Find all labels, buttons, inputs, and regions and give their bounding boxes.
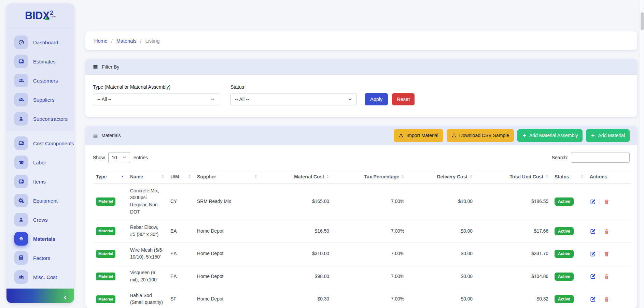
breadcrumb-item-materials[interactable]: Materials xyxy=(116,38,137,44)
column-header-name[interactable]: Name▲▼ xyxy=(127,170,167,183)
delivery-cost: $0.00 xyxy=(407,288,476,308)
sort-icon[interactable]: ▲▼ xyxy=(401,175,404,178)
status-filter-select[interactable]: -- All -- xyxy=(230,93,357,105)
material-um: EA xyxy=(167,243,194,265)
sidebar-item-label: Misc. Cost xyxy=(33,274,57,280)
column-header-status[interactable]: Status▲▼ xyxy=(551,170,587,183)
reset-button[interactable]: Reset xyxy=(392,93,415,105)
add-material-button[interactable]: Add Material xyxy=(586,129,630,142)
sidebar-item-suppliers[interactable]: Suppliers xyxy=(6,90,74,109)
sidebar-item-labor[interactable]: Labor xyxy=(6,153,74,172)
search-input[interactable] xyxy=(571,152,630,163)
logo-text: BIDX xyxy=(25,10,50,21)
type-badge: Material xyxy=(96,197,115,205)
delivery-cost: $0.00 xyxy=(407,265,476,288)
entries-select[interactable]: 10 xyxy=(108,152,130,163)
logo-superscript: 2 xyxy=(50,10,53,15)
sort-icon[interactable]: ▲▼ xyxy=(161,175,164,178)
sidebar-item-equipment[interactable]: Equipment xyxy=(6,191,74,210)
edit-icon[interactable] xyxy=(590,199,596,205)
sidebar-item-label: Dashboard xyxy=(33,40,58,45)
sort-icon[interactable]: ▲ xyxy=(121,176,124,177)
sidebar-item-subcontractors[interactable]: Subcontractors xyxy=(6,109,74,128)
trash-icon[interactable] xyxy=(604,296,610,302)
table-toolbar: Show 10 entries Search: xyxy=(85,145,637,168)
sidebar-item-crews[interactable]: Crews xyxy=(6,210,74,229)
upload-icon xyxy=(398,133,404,138)
material-supplier: Home Depot xyxy=(194,220,261,243)
column-header-supplier[interactable]: Supplier▲▼ xyxy=(194,170,261,183)
add-material-assembly-button[interactable]: Add Material Assembly xyxy=(517,129,583,142)
material-name: Bahia Sod (Small quantity) xyxy=(127,288,167,308)
trash-icon[interactable] xyxy=(604,229,610,234)
column-header-delivery-cost[interactable]: Delivery Cost▲▼ xyxy=(407,170,476,183)
sort-icon[interactable]: ▲▼ xyxy=(580,175,584,178)
type-filter-select[interactable]: -- All -- xyxy=(93,93,219,105)
sidebar-nav-top: DashboardEstimatesCustomersSuppliersSubc… xyxy=(6,28,74,131)
status-filter-value: -- All -- xyxy=(235,97,249,102)
sidebar-collapse-button[interactable] xyxy=(6,289,74,303)
plus-icon xyxy=(522,133,527,138)
tax-percentage: 7.00% xyxy=(332,183,407,220)
sidebar-item-label: Items xyxy=(33,179,46,185)
total-unit-cost: $17.66 xyxy=(476,220,551,243)
breadcrumb-item-home[interactable]: Home xyxy=(94,38,108,44)
column-header-u-m[interactable]: U/M▲▼ xyxy=(167,170,194,183)
logo-section: BIDX 2 .com xyxy=(6,3,74,28)
app-logo[interactable]: BIDX 2 .com xyxy=(25,10,56,21)
breadcrumb-separator: / xyxy=(140,38,142,44)
sidebar-nav-bottom: Cost ComponentsLaborItemsEquipmentCrewsM… xyxy=(6,131,74,289)
caret-down-icon xyxy=(348,97,352,102)
materials-section: Materials Import MaterialDownload CSV Sa… xyxy=(85,126,637,308)
trash-icon[interactable] xyxy=(604,251,610,257)
sidebar-item-misc-cost[interactable]: Misc. Cost xyxy=(6,267,74,287)
sidebar-item-dashboard[interactable]: Dashboard xyxy=(6,33,74,52)
edit-icon[interactable] xyxy=(590,273,596,280)
sort-icon[interactable]: ▲▼ xyxy=(254,175,257,178)
sidebar-item-items[interactable]: Items xyxy=(6,172,74,191)
sort-icon[interactable]: ▲▼ xyxy=(545,175,548,178)
search-label: Search: xyxy=(552,155,568,160)
material-name: Rebar Elbow, #5 (30" x 30") xyxy=(127,220,167,243)
users-icon xyxy=(14,93,28,106)
column-header-tax-percentage[interactable]: Tax Percentage▲▼ xyxy=(332,170,407,183)
material-name: Visqueen (6 mil), 20'x100' xyxy=(127,265,167,288)
sidebar-item-label: Equipment xyxy=(33,198,58,204)
status-badge: Active xyxy=(555,273,574,281)
type-filter-label: Type (Material or Material Assembly) xyxy=(93,84,219,90)
scrollbar-thumb[interactable] xyxy=(641,12,644,30)
sidebar-item-cost-components[interactable]: Cost Components xyxy=(6,134,74,153)
edit-icon[interactable] xyxy=(590,251,596,257)
sidebar-item-materials[interactable]: Materials xyxy=(6,229,74,248)
filter-title: Filter By xyxy=(102,64,119,70)
column-header-material-cost[interactable]: Material Cost▲▼ xyxy=(261,170,332,183)
trash-icon[interactable] xyxy=(604,199,610,205)
column-header-type[interactable]: Type▲ xyxy=(93,170,127,183)
apply-button[interactable]: Apply xyxy=(365,93,388,105)
sort-icon[interactable]: ▲▼ xyxy=(470,175,473,178)
total-unit-cost: $186.55 xyxy=(476,183,551,220)
breadcrumb-item-listing: Listing xyxy=(145,38,160,44)
sidebar-item-label: Materials xyxy=(33,236,55,242)
column-header-total-unit-cost[interactable]: Total Unit Cost▲▼ xyxy=(476,170,551,183)
sidebar-item-estimates[interactable]: Estimates xyxy=(6,52,74,71)
entries-label: entries xyxy=(134,155,148,160)
sidebar-item-factors[interactable]: Factors xyxy=(6,248,74,267)
bars-icon xyxy=(93,64,98,70)
edit-icon[interactable] xyxy=(590,296,596,303)
download-csv-sample-button[interactable]: Download CSV Sample xyxy=(447,129,514,142)
import-material-button[interactable]: Import Material xyxy=(394,129,443,142)
delivery-cost: $0.00 xyxy=(407,220,476,243)
sort-icon[interactable]: ▲▼ xyxy=(326,175,329,178)
sidebar-item-customers[interactable]: Customers xyxy=(6,71,74,90)
sort-icon[interactable]: ▲▼ xyxy=(188,175,191,178)
plus-icon xyxy=(591,133,595,138)
gauge-icon xyxy=(14,35,28,49)
edit-icon[interactable] xyxy=(590,228,596,235)
page-scrollbar[interactable] xyxy=(640,0,644,308)
users-icon xyxy=(14,270,28,284)
delivery-cost: $0.00 xyxy=(407,243,476,265)
filter-body: Type (Material or Material Assembly) -- … xyxy=(85,75,637,117)
table-row: MaterialRebar Elbow, #5 (30" x 30")EAHom… xyxy=(93,220,631,243)
trash-icon[interactable] xyxy=(604,274,610,279)
